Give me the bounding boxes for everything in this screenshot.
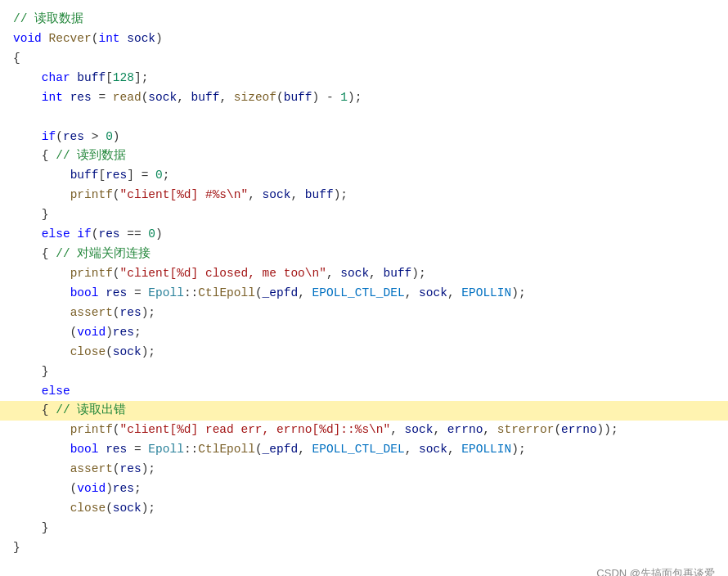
code-line-18: close(sock); [13,343,715,362]
code-line-11: } [13,205,715,225]
code-line-20: else [13,382,715,402]
code-container: // 读取数据 void Recver(int sock) { char buf… [0,0,728,576]
code-line-17: (void)res; [13,323,715,343]
code-line-23: bool res = Epoll::CtlEpoll(_epfd, EPOLL_… [13,440,715,460]
code-line-12: else if(res == 0) [13,225,715,245]
code-line-9: buff[res] = 0; [13,166,715,186]
code-line-24: assert(res); [13,460,715,479]
code-line-27: } [13,519,715,538]
code-line-14: printf("client[%d] closed, me too\n", so… [13,264,715,284]
code-line-16: assert(res); [13,304,715,323]
code-line-6 [13,108,715,128]
code-line-7: if(res > 0) [13,128,715,147]
code-line-15: bool res = Epoll::CtlEpoll(_epfd, EPOLL_… [13,284,715,304]
code-line-28: } [13,538,715,558]
code-line-26: close(sock); [13,499,715,519]
code-line-25: (void)res; [13,479,715,499]
code-line-21: { // 读取出错 [0,401,728,421]
watermark: CSDN @先搞面包再谈爱 [596,565,715,576]
code-line-8: { // 读到数据 [13,146,715,166]
code-line-3: { [13,49,715,69]
code-line-10: printf("client[%d] #%s\n", sock, buff); [13,186,715,205]
code-line-5: int res = read(sock, buff, sizeof(buff) … [13,88,715,108]
code-line-13: { // 对端关闭连接 [13,245,715,264]
code-line-1: // 读取数据 [13,10,715,29]
code-line-2: void Recver(int sock) [13,29,715,49]
code-line-22: printf("client[%d] read err, errno[%d]::… [13,421,715,440]
code-line-19: } [13,362,715,382]
code-line-4: char buff[128]; [13,69,715,88]
